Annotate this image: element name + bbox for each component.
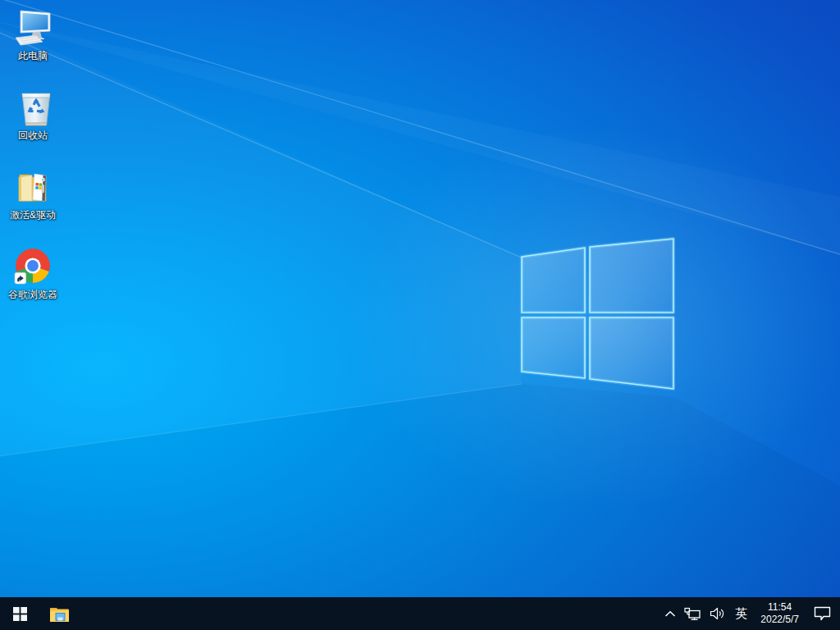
shortcut-arrow-badge bbox=[15, 272, 26, 284]
speaker-volume-icon bbox=[710, 607, 725, 620]
chrome-icon bbox=[14, 247, 52, 285]
desktop-wallpaper bbox=[0, 0, 840, 630]
clock-time: 11:54 bbox=[768, 601, 792, 614]
action-center-button[interactable] bbox=[806, 597, 840, 630]
file-explorer-icon bbox=[49, 605, 70, 623]
desktop-icon-activation-drivers[interactable]: 激活&驱动 bbox=[1, 164, 65, 244]
action-center-icon bbox=[814, 606, 831, 621]
system-tray: 英 11:54 2022/5/7 bbox=[660, 597, 840, 630]
taskbar-empty-area bbox=[79, 597, 660, 630]
start-button[interactable] bbox=[0, 597, 39, 630]
desktop-icon-this-pc[interactable]: 此电脑 bbox=[1, 5, 65, 84]
language-indicator-text: 英 bbox=[735, 606, 747, 622]
desktop-icon-recycle-bin[interactable]: 回收站 bbox=[1, 84, 65, 164]
tray-volume-button[interactable] bbox=[705, 597, 729, 630]
tray-network-button[interactable] bbox=[680, 597, 705, 630]
windows-logo-light-rays bbox=[0, 0, 840, 630]
desktop-icon-grid: 此电脑 回收站 bbox=[1, 5, 65, 323]
desktop-icon-google-chrome[interactable]: 谷歌浏览器 bbox=[1, 244, 65, 323]
windows-start-icon bbox=[13, 607, 27, 621]
tray-show-hidden-icons-button[interactable] bbox=[660, 597, 680, 630]
clock-date: 2022/5/7 bbox=[760, 614, 799, 626]
google-chrome-label: 谷歌浏览器 bbox=[8, 289, 57, 300]
network-ethernet-icon bbox=[684, 607, 701, 621]
recycle-bin-icon bbox=[13, 87, 52, 126]
activation-drivers-label: 激活&驱动 bbox=[10, 209, 56, 221]
this-pc-icon bbox=[13, 7, 52, 47]
file-explorer-button[interactable] bbox=[39, 597, 79, 630]
chevron-up-icon bbox=[664, 610, 676, 618]
open-folder-icon bbox=[13, 167, 52, 206]
tray-language-indicator[interactable]: 英 bbox=[729, 597, 753, 630]
taskbar: 英 11:54 2022/5/7 bbox=[0, 597, 840, 630]
this-pc-label: 此电脑 bbox=[18, 50, 48, 62]
tray-clock[interactable]: 11:54 2022/5/7 bbox=[753, 597, 806, 630]
recycle-bin-label: 回收站 bbox=[18, 130, 48, 141]
